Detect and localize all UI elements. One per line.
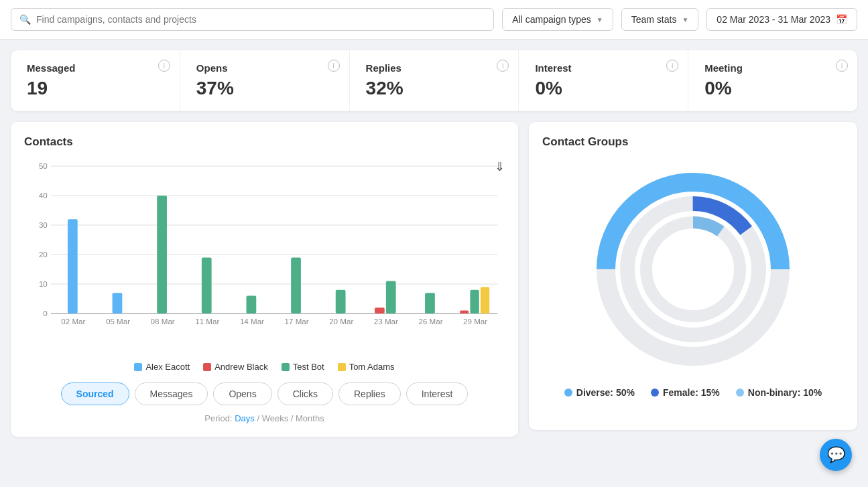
period-row: Period: Days / Weeks / Months [24,413,505,423]
svg-rect-24 [481,287,489,314]
svg-text:20: 20 [39,251,48,259]
legend-label: Test Bot [293,362,324,372]
contacts-panel-title: Contacts [24,135,505,149]
search-wrap: 🔍 [11,8,494,31]
campaign-type-dropdown[interactable]: All campaign types ▼ [502,8,613,31]
chevron-down-icon: ▼ [682,16,688,23]
stat-value-opens: 37% [196,78,333,99]
svg-rect-23 [470,290,479,314]
tab-clicks[interactable]: Clicks [277,382,333,405]
stat-card-messaged: i Messaged 19 [11,50,180,111]
svg-text:23 Mar: 23 Mar [374,318,398,326]
svg-text:0: 0 [43,309,47,318]
download-button[interactable]: ⇓ [495,159,505,174]
stat-label-replies: Replies [366,62,503,74]
chevron-down-icon: ▼ [597,16,603,23]
search-icon: 🔍 [19,14,31,25]
tab-interest[interactable]: Interest [406,382,469,405]
tab-sourced[interactable]: Sourced [61,382,129,405]
groups-legend-item: Female: 15% [651,387,720,398]
date-range-picker[interactable]: 02 Mar 2023 - 31 Mar 2023 📅 [706,8,857,31]
svg-point-37 [646,222,740,316]
stats-row: i Messaged 19 i Opens 37% i Replies 32% … [11,50,857,111]
legend-label: Andrew Black [214,362,267,372]
topbar: 🔍 All campaign types ▼ Team stats ▼ 02 M… [0,0,868,40]
legend-item-alex-eacott: Alex Eacott [134,362,190,372]
download-icon: ⇓ [495,160,505,173]
legend-dot [338,363,346,371]
campaign-type-label: All campaign types [512,14,591,25]
team-stats-dropdown[interactable]: Team stats ▼ [621,8,699,31]
calendar-icon: 📅 [836,14,847,25]
donut-chart-wrap [542,162,844,376]
info-icon[interactable]: i [158,60,170,72]
svg-text:26 Mar: 26 Mar [418,318,442,326]
groups-legend-dot [564,389,572,397]
chat-icon: 💬 [827,446,845,464]
svg-text:17 Mar: 17 Mar [285,318,309,326]
groups-legend-label: Diverse: 50% [576,387,635,398]
info-icon[interactable]: i [666,60,678,72]
groups-legend-label: Female: 15% [663,387,720,398]
contacts-panel: Contacts ⇓ 0102030405002 Mar05 Mar08 Mar… [11,122,518,437]
svg-text:10: 10 [39,280,48,288]
svg-rect-20 [386,281,396,314]
legend-item-andrew-black: Andrew Black [203,362,267,372]
legend-label: Alex Eacott [145,362,190,372]
svg-rect-17 [291,257,301,314]
period-separator-2: / [291,413,296,423]
stat-card-replies: i Replies 32% [350,50,519,111]
stat-card-opens: i Opens 37% [180,50,350,111]
period-months-link[interactable]: Months [296,413,324,423]
main-content: Contacts ⇓ 0102030405002 Mar05 Mar08 Mar… [0,111,868,447]
contact-groups-legend: Diverse: 50%Female: 15%Non-binary: 10% [542,387,844,398]
svg-text:02 Mar: 02 Mar [61,318,85,326]
legend-item-test-bot: Test Bot [282,362,324,372]
stat-value-meeting: 0% [704,78,841,99]
contacts-tab-row: SourcedMessagesOpensClicksRepliesInteres… [24,382,505,405]
svg-text:40: 40 [39,192,48,200]
svg-rect-12 [68,219,78,314]
chat-button[interactable]: 💬 [820,439,852,471]
stat-label-opens: Opens [196,62,333,74]
svg-text:11 Mar: 11 Mar [195,318,219,326]
stat-label-meeting: Meeting [704,62,841,74]
svg-rect-13 [113,293,123,314]
period-days-link[interactable]: Days [235,413,255,423]
stat-value-replies: 32% [366,78,503,99]
tab-opens[interactable]: Opens [213,382,271,405]
info-icon[interactable]: i [497,60,509,72]
search-input[interactable] [36,14,485,25]
legend-item-tom-adams: Tom Adams [338,362,395,372]
tab-messages[interactable]: Messages [135,382,208,405]
team-stats-label: Team stats [631,14,677,25]
groups-legend-dot [651,389,659,397]
groups-legend-dot [736,389,744,397]
info-icon[interactable]: i [836,60,848,72]
stat-value-interest: 0% [535,78,672,99]
svg-rect-19 [375,307,385,314]
period-weeks-link[interactable]: Weeks [262,413,289,423]
svg-text:30: 30 [39,221,48,229]
info-icon[interactable]: i [328,60,340,72]
chart-legend: Alex EacottAndrew BlackTest BotTom Adams [24,362,505,372]
tab-replies[interactable]: Replies [338,382,401,405]
date-range-label: 02 Mar 2023 - 31 Mar 2023 [717,14,830,25]
svg-text:29 Mar: 29 Mar [463,318,487,326]
contacts-chart-area: ⇓ 0102030405002 Mar05 Mar08 Mar11 Mar14 … [24,159,505,354]
legend-label: Tom Adams [349,362,395,372]
svg-text:05 Mar: 05 Mar [106,318,130,326]
contacts-bar-chart: 0102030405002 Mar05 Mar08 Mar11 Mar14 Ma… [24,159,505,340]
stat-label-messaged: Messaged [27,62,164,74]
legend-dot [134,363,142,371]
svg-rect-16 [247,296,257,314]
legend-dot [282,363,290,371]
contact-groups-title: Contact Groups [542,135,844,149]
stat-label-interest: Interest [535,62,672,74]
donut-chart [586,162,800,376]
svg-text:14 Mar: 14 Mar [240,318,264,326]
svg-rect-18 [336,290,346,314]
contact-groups-panel: Contact Groups Diverse: 50%Female: 15%No… [529,122,857,430]
stat-card-meeting: i Meeting 0% [688,50,857,111]
svg-rect-15 [202,257,212,314]
